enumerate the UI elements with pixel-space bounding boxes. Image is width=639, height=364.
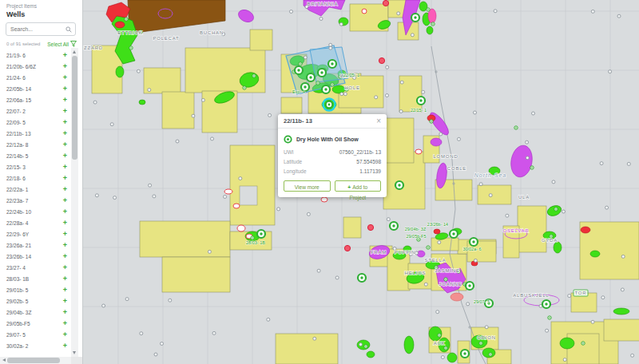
list-item[interactable]: 29/05b-F5+: [0, 318, 70, 329]
list-item[interactable]: 30/02a- 2+: [0, 340, 70, 351]
scroll-up-icon[interactable]: [73, 50, 76, 53]
horizontal-scroll-thumb[interactable]: [7, 358, 60, 363]
add-well-icon[interactable]: +: [63, 264, 67, 271]
well-marker[interactable]: [591, 320, 594, 323]
well-marker[interactable]: [102, 304, 105, 307]
vertical-scrollbar[interactable]: [71, 48, 78, 357]
list-item[interactable]: 22/28a- 4+: [0, 217, 70, 228]
well-marker[interactable]: [154, 353, 157, 356]
well-marker[interactable]: [400, 81, 403, 84]
well-marker[interactable]: [621, 288, 624, 291]
scroll-down-icon[interactable]: [73, 351, 76, 354]
add-well-icon[interactable]: +: [63, 309, 67, 316]
well-marker[interactable]: [489, 194, 492, 197]
red-well-marker[interactable]: [344, 245, 350, 251]
well-marker[interactable]: [267, 318, 270, 321]
list-item[interactable]: 22/11b- 13+: [0, 128, 70, 139]
well-marker[interactable]: [441, 356, 444, 359]
well-marker[interactable]: [386, 94, 389, 97]
list-item[interactable]: 22/12a- 8+: [0, 139, 70, 150]
list-item[interactable]: 22/05b- 14+: [0, 83, 70, 94]
well-marker[interactable]: [601, 296, 605, 299]
list-item[interactable]: 21/19- 6+: [0, 49, 70, 61]
well-marker[interactable]: [211, 137, 214, 140]
well-marker[interactable]: [375, 96, 378, 99]
add-well-icon[interactable]: +: [63, 197, 67, 204]
add-well-icon[interactable]: +: [63, 231, 67, 238]
well-marker[interactable]: [562, 210, 566, 213]
select-all-button[interactable]: Select All: [47, 41, 77, 47]
well-marker[interactable]: [201, 98, 204, 101]
well-marker[interactable]: [329, 43, 332, 46]
well-marker[interactable]: [466, 303, 470, 306]
add-well-icon[interactable]: +: [63, 175, 67, 182]
list-item[interactable]: 23/26b- 14+: [0, 251, 70, 262]
add-well-icon[interactable]: +: [63, 130, 67, 137]
list-item[interactable]: 21/24- 6+: [0, 72, 70, 83]
add-well-icon[interactable]: +: [63, 287, 67, 294]
list-item[interactable]: 22/06a- 15+: [0, 94, 70, 105]
list-item[interactable]: 22/18- 6+: [0, 172, 70, 184]
well-marker[interactable]: [399, 110, 403, 113]
well-marker[interactable]: [552, 180, 555, 184]
well-marker[interactable]: [458, 137, 461, 140]
well-marker[interactable]: [320, 18, 323, 21]
close-icon[interactable]: ×: [376, 117, 381, 125]
well-marker[interactable]: [359, 343, 363, 346]
well-marker[interactable]: [591, 10, 594, 13]
add-well-icon[interactable]: +: [63, 253, 67, 260]
add-well-icon[interactable]: +: [63, 186, 67, 193]
well-marker[interactable]: [506, 214, 509, 217]
well-marker[interactable]: [438, 241, 441, 244]
well-marker[interactable]: [149, 184, 152, 187]
view-more-button[interactable]: View more: [284, 180, 331, 192]
well-marker[interactable]: [93, 101, 97, 104]
add-well-icon[interactable]: +: [63, 298, 67, 305]
well-marker[interactable]: [343, 93, 347, 96]
well-marker[interactable]: [631, 354, 634, 357]
well-marker[interactable]: [627, 162, 630, 165]
well-marker[interactable]: [140, 332, 143, 335]
well-marker[interactable]: [335, 276, 339, 279]
well-marker[interactable]: [609, 70, 612, 73]
add-well-icon[interactable]: +: [63, 52, 67, 59]
well-marker[interactable]: [526, 140, 529, 144]
well-marker[interactable]: [600, 162, 603, 165]
list-item[interactable]: 28/03- 1B+: [0, 273, 70, 284]
red-well-marker[interactable]: [383, 0, 388, 6]
well-marker[interactable]: [169, 299, 172, 302]
list-item[interactable]: 22/07- 2+: [0, 105, 70, 117]
add-well-icon[interactable]: +: [63, 242, 67, 249]
horizontal-scrollbar[interactable]: [0, 357, 78, 364]
well-marker[interactable]: [307, 212, 310, 216]
well-marker[interactable]: [397, 12, 400, 15]
well-marker[interactable]: [532, 112, 535, 115]
well-marker[interactable]: [148, 89, 151, 92]
list-item[interactable]: 23/26a- 21+: [0, 239, 70, 251]
well-marker[interactable]: [113, 196, 117, 200]
well-marker[interactable]: [411, 34, 414, 37]
scroll-left-icon[interactable]: [2, 358, 6, 362]
add-well-icon[interactable]: +: [63, 320, 67, 327]
well-marker[interactable]: [526, 156, 529, 160]
well-marker[interactable]: [125, 298, 129, 301]
well-marker[interactable]: [617, 14, 621, 18]
list-item[interactable]: 22/09- 5+: [0, 117, 70, 128]
well-marker[interactable]: [485, 326, 488, 329]
well-marker[interactable]: [422, 90, 425, 93]
well-marker[interactable]: [339, 22, 343, 26]
well-marker[interactable]: [605, 206, 609, 209]
well-marker[interactable]: [387, 218, 390, 221]
well-marker[interactable]: [161, 342, 164, 346]
well-marker[interactable]: [386, 65, 389, 69]
well-marker[interactable]: [313, 337, 316, 340]
add-well-icon[interactable]: +: [63, 85, 67, 93]
well-marker[interactable]: [439, 133, 443, 136]
search-box[interactable]: [6, 22, 76, 36]
list-item[interactable]: 22/23a- 7+: [0, 195, 70, 206]
list-item[interactable]: 29/04b- 3Z+: [0, 307, 70, 318]
add-well-icon[interactable]: +: [63, 342, 67, 350]
well-marker[interactable]: [95, 194, 98, 197]
list-item[interactable]: 22/29- 6Y+: [0, 228, 70, 239]
add-to-project-button[interactable]: +Add to Project: [335, 180, 382, 192]
